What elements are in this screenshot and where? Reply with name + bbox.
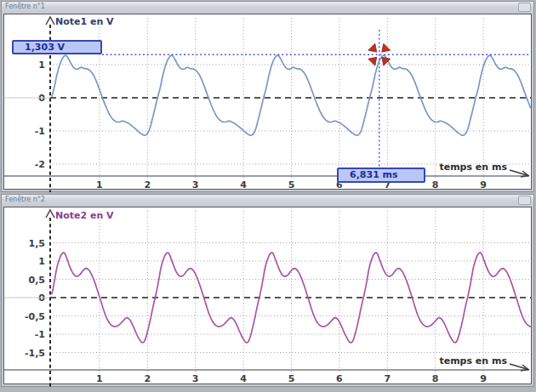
x-tick-label: 1 [96,179,103,190]
y-tick-label: -0,5 [25,311,45,322]
x-tick-label: 3 [192,179,199,190]
cursor-voltage-readout[interactable]: 1,303 V [12,40,102,54]
x-tick-label: 7 [384,373,391,384]
app-background: Fenêtre n°1 12345678910-1-2temps en ms N… [0,0,536,392]
plot-area-1[interactable]: 12345678910-1-2temps en ms Note1 en V 1,… [3,14,532,190]
x-tick-label: 6 [336,373,343,384]
curve-label-note2: Note2 en V [55,210,114,221]
x-axis-label: temps en ms [439,355,507,366]
y-tick-label: -1 [35,329,45,340]
y-tick-label: -1,5 [25,348,45,359]
y-axis-arrow [46,210,54,218]
crosshair-arrow-nw[interactable] [368,43,377,52]
window-title: Fenêtre n°2 [5,196,45,203]
waveform-plot-note2: 1234567891,510,50-0,5-1-1,5temps en ms [4,207,533,387]
x-tick-label: 8 [432,373,439,384]
x-tick-label: 9 [480,179,487,190]
y-tick-label: 1 [38,60,45,71]
x-tick-label: 1 [96,373,103,384]
window-fenetre-2: Fenêtre n°2 1234567891,510,50-0,5-1-1,5t… [1,194,534,387]
y-axis-arrow [46,17,54,25]
plot-area-2[interactable]: 1234567891,510,50-0,5-1-1,5temps en ms N… [3,207,532,384]
x-tick-label: 4 [240,179,247,190]
crosshair-arrow-ne[interactable] [382,43,391,52]
x-tick-label: 5 [288,179,295,190]
y-tick-label: -1 [35,126,45,137]
window-menu-button[interactable] [518,196,531,205]
y-tick-label: -2 [35,159,45,170]
x-tick-label: 2 [144,373,151,384]
y-tick-label: 0,5 [29,275,46,286]
x-tick-label: 8 [432,179,439,190]
x-axis-label: temps en ms [439,162,507,173]
window-title: Fenêtre n°1 [5,3,45,10]
window-menu-button[interactable] [518,3,531,12]
titlebar-fenetre-1[interactable]: Fenêtre n°1 [2,2,533,13]
y-tick-label: 1 [38,256,45,267]
x-tick-label: 9 [480,373,487,384]
y-tick-label: 1,5 [29,238,46,249]
window-fenetre-1: Fenêtre n°1 12345678910-1-2temps en ms N… [1,1,534,192]
x-tick-label: 2 [144,179,151,190]
titlebar-fenetre-2[interactable]: Fenêtre n°2 [2,195,533,206]
curve-label-note1: Note1 en V [55,16,114,27]
x-tick-label: 3 [192,373,199,384]
x-tick-label: 5 [288,373,295,384]
x-tick-label: 4 [240,373,247,384]
cursor-time-readout[interactable]: 6,831 ms [337,168,425,183]
